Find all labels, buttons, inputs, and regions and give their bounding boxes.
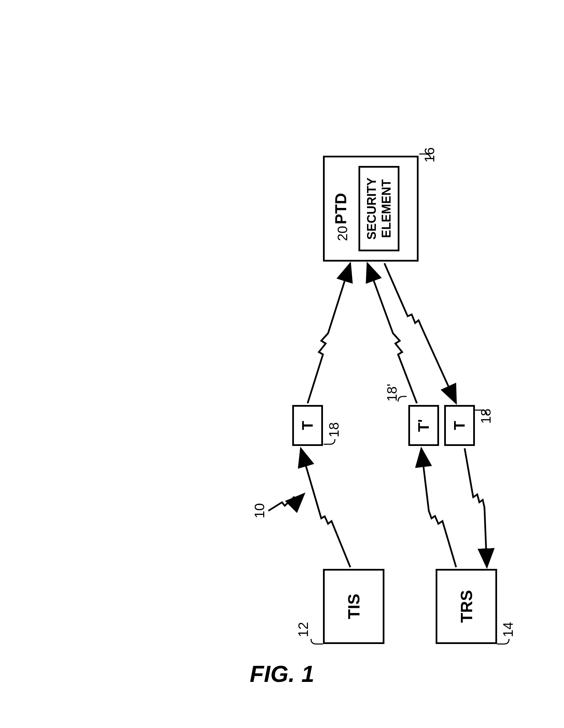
ptd-box: PTD SECURITY ELEMENT	[323, 156, 419, 262]
security-label: SECURITY ELEMENT	[364, 168, 394, 250]
tprime-label: T'	[415, 419, 432, 432]
tprime-box: T'	[408, 405, 439, 446]
tis-ref: 12	[296, 622, 311, 638]
tis-box: TIS	[323, 569, 384, 644]
security-ref: 20	[335, 226, 350, 241]
system-diagram: TIS 12 TRS 14 T 18 T' 18' T 18 PTD SECUR…	[43, 57, 521, 671]
t-bottom-ref: 18	[478, 409, 494, 424]
ptd-label: PTD	[332, 193, 350, 224]
t-bottom-box: T	[444, 405, 475, 446]
trs-box: TRS	[436, 569, 497, 644]
ptd-ref: 16	[422, 148, 437, 163]
security-element-box: SECURITY ELEMENT	[358, 166, 399, 251]
trs-ref: 14	[500, 622, 516, 638]
t-bottom-label: T	[451, 421, 468, 430]
tprime-ref: 18'	[384, 384, 400, 402]
figure-label: FIG. 1	[250, 660, 314, 687]
tis-label: TIS	[344, 594, 363, 619]
t-top-box: T	[292, 405, 323, 446]
t-top-label: T	[299, 421, 316, 430]
t-top-ref: 18	[326, 422, 342, 438]
trs-label: TRS	[457, 590, 476, 623]
system-ref: 10	[252, 503, 267, 519]
